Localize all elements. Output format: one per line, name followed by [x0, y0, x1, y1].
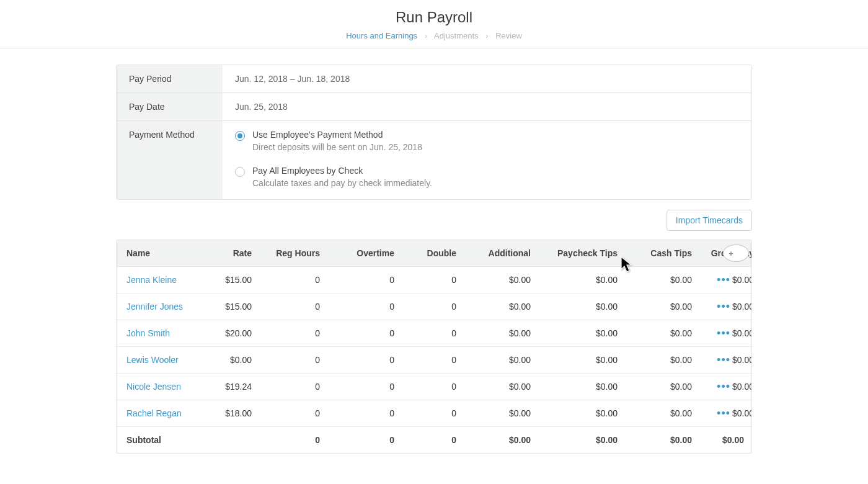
employee-name-link[interactable]: Nicole Jensen [126, 382, 181, 392]
chevron-right-icon: › [425, 31, 427, 40]
more-actions-icon[interactable]: ••• [709, 346, 748, 374]
cell-double[interactable]: 0 [402, 267, 464, 293]
pay-period-label: Pay Period [117, 65, 223, 92]
col-header-reg-hours: Reg Hours [259, 240, 327, 266]
subtotal-ptips: $0.00 [538, 427, 625, 453]
cell-rate[interactable]: $19.24 [203, 374, 259, 400]
cell-additional[interactable]: $0.00 [464, 320, 538, 346]
cell-double[interactable]: 0 [402, 294, 464, 320]
subtotal-ot: 0 [327, 427, 402, 453]
employee-name-link[interactable]: Lewis Wooler [126, 355, 179, 365]
col-header-double: Double [402, 240, 464, 266]
cell-reg-hours[interactable]: 0 [259, 400, 327, 426]
cell-overtime[interactable]: 0 [327, 374, 402, 400]
cell-cash-tips[interactable]: $0.00 [625, 294, 699, 320]
employee-payroll-grid: Name Rate Reg Hours Overtime Double Addi… [116, 240, 752, 454]
subtotal-add: $0.00 [464, 427, 538, 453]
cell-cash-tips[interactable]: $0.00 [625, 400, 699, 426]
radio-pay-by-check[interactable]: Pay All Employees by Check Calculate tax… [235, 166, 739, 188]
table-row: John Smith$20.00000$0.00$0.00$0.00$0.00•… [117, 320, 751, 347]
pay-date-value: Jun. 25, 2018 [223, 93, 751, 120]
cell-overtime[interactable]: 0 [327, 267, 402, 293]
cell-double[interactable]: 0 [402, 347, 464, 373]
radio-description: Direct deposits will be sent on Jun. 25,… [252, 142, 422, 152]
cell-reg-hours[interactable]: 0 [259, 374, 327, 400]
cell-cash-tips[interactable]: $0.00 [625, 267, 699, 293]
radio-icon [235, 167, 245, 177]
table-row: Rachel Regan$18.00000$0.00$0.00$0.00$0.0… [117, 400, 751, 427]
cell-double[interactable]: 0 [402, 400, 464, 426]
cell-cash-tips[interactable]: $0.00 [625, 320, 699, 346]
cell-paycheck-tips[interactable]: $0.00 [538, 400, 625, 426]
cell-additional[interactable]: $0.00 [464, 294, 538, 320]
cell-reg-hours[interactable]: 0 [259, 320, 327, 346]
subtotal-reg: 0 [259, 427, 327, 453]
col-header-cash-tips: Cash Tips [625, 240, 699, 266]
cell-rate[interactable]: $20.00 [203, 320, 259, 346]
cell-cash-tips[interactable]: $0.00 [625, 374, 699, 400]
cell-cash-tips[interactable]: $0.00 [625, 347, 699, 373]
page-header: Run Payroll Hours and Earnings › Adjustm… [0, 0, 868, 48]
subtotal-gross: $0.00 [699, 427, 752, 453]
table-row: Lewis Wooler$0.00000$0.00$0.00$0.00$0.00… [117, 347, 751, 374]
radio-label: Pay All Employees by Check [252, 166, 432, 176]
cell-overtime[interactable]: 0 [327, 320, 402, 346]
subtotal-dbl: 0 [402, 427, 464, 453]
more-actions-icon[interactable]: ••• [709, 400, 748, 427]
cell-paycheck-tips[interactable]: $0.00 [538, 374, 625, 400]
grid-header-row: Name Rate Reg Hours Overtime Double Addi… [117, 240, 751, 267]
subtotal-ctips: $0.00 [625, 427, 699, 453]
cell-rate[interactable]: $15.00 [203, 267, 259, 293]
cell-paycheck-tips[interactable]: $0.00 [538, 294, 625, 320]
breadcrumb-step-review[interactable]: Review [495, 31, 522, 40]
breadcrumb-step-hours[interactable]: Hours and Earnings [346, 31, 417, 40]
employee-name-link[interactable]: John Smith [126, 328, 170, 338]
payroll-info-panel: Pay Period Jun. 12, 2018 – Jun. 18, 2018… [116, 65, 752, 200]
cell-overtime[interactable]: 0 [327, 400, 402, 426]
employee-name-link[interactable]: Jenna Kleine [126, 275, 177, 285]
breadcrumb-step-adjustments[interactable]: Adjustments [434, 31, 479, 40]
cell-paycheck-tips[interactable]: $0.00 [538, 320, 625, 346]
cell-overtime[interactable]: 0 [327, 347, 402, 373]
pay-date-label: Pay Date [117, 93, 223, 120]
radio-icon [235, 131, 245, 141]
cell-additional[interactable]: $0.00 [464, 267, 538, 293]
chevron-right-icon: › [485, 31, 488, 40]
employee-name-link[interactable]: Jennifer Jones [126, 302, 183, 311]
payment-method-label: Payment Method [117, 121, 223, 199]
grid-subtotal-row: Subtotal 0 0 0 $0.00 $0.00 $0.00 $0.00 [117, 427, 751, 453]
cell-reg-hours[interactable]: 0 [259, 347, 327, 373]
employee-name-link[interactable]: Rachel Regan [126, 408, 182, 418]
more-actions-icon[interactable]: ••• [709, 373, 748, 400]
cell-double[interactable]: 0 [402, 374, 464, 400]
table-row: Nicole Jensen$19.24000$0.00$0.00$0.00$0.… [117, 374, 751, 400]
cell-paycheck-tips[interactable]: $0.00 [538, 267, 625, 293]
cell-rate[interactable]: $15.00 [203, 294, 259, 320]
add-column-button[interactable]: + [723, 244, 749, 262]
radio-use-employee-method[interactable]: Use Employee's Payment Method Direct dep… [235, 130, 739, 152]
more-actions-icon[interactable]: ••• [709, 266, 748, 294]
col-header-overtime: Overtime [327, 240, 402, 266]
subtotal-label: Subtotal [117, 427, 203, 453]
cell-double[interactable]: 0 [402, 320, 464, 346]
radio-description: Calculate taxes and pay by check immedia… [252, 178, 432, 188]
col-header-rate: Rate [203, 240, 259, 266]
col-header-name: Name [117, 240, 203, 266]
cell-rate[interactable]: $0.00 [203, 347, 259, 373]
cell-overtime[interactable]: 0 [327, 294, 402, 320]
cell-reg-hours[interactable]: 0 [259, 267, 327, 293]
cell-reg-hours[interactable]: 0 [259, 294, 327, 320]
import-timecards-button[interactable]: Import Timecards [666, 210, 752, 231]
breadcrumb: Hours and Earnings › Adjustments › Revie… [0, 31, 868, 40]
cell-additional[interactable]: $0.00 [464, 347, 538, 373]
cell-additional[interactable]: $0.00 [464, 400, 538, 426]
cell-rate[interactable]: $18.00 [203, 400, 259, 426]
table-row: Jennifer Jones$15.00000$0.00$0.00$0.00$0… [117, 294, 751, 320]
more-actions-icon[interactable]: ••• [709, 320, 748, 347]
table-row: Jenna Kleine$15.00000$0.00$0.00$0.00$0.0… [117, 267, 751, 294]
col-header-additional: Additional [464, 240, 538, 266]
cell-additional[interactable]: $0.00 [464, 374, 538, 400]
more-actions-icon[interactable]: ••• [709, 293, 748, 320]
cell-paycheck-tips[interactable]: $0.00 [538, 347, 625, 373]
pay-period-value: Jun. 12, 2018 – Jun. 18, 2018 [223, 65, 751, 92]
